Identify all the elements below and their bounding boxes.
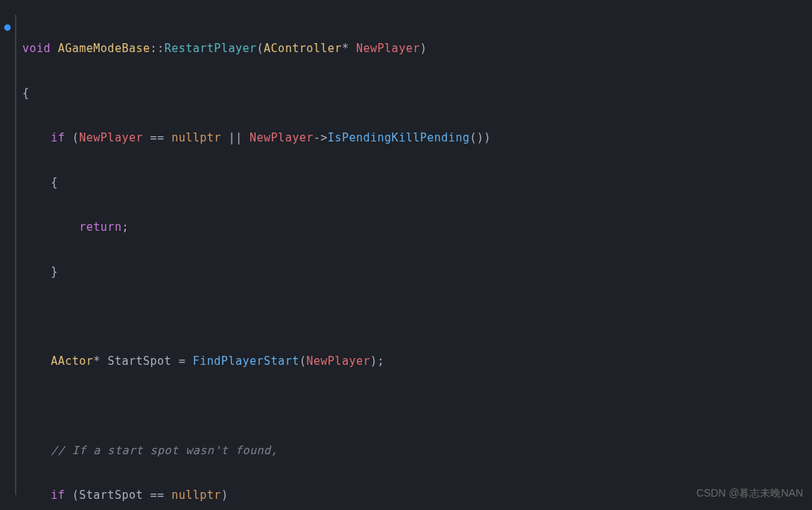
type-name: AActor (51, 354, 93, 368)
code-line: } (22, 261, 812, 283)
brace: { (51, 176, 58, 189)
argument: NewPlayer (306, 354, 370, 368)
variable: StartSpot (107, 354, 171, 368)
method-call: IsPendingKillPending (328, 131, 470, 144)
operator: == (150, 488, 165, 502)
code-line: AActor* StartSpot = FindPlayerStart(NewP… (22, 350, 812, 372)
keyword-return: return (79, 220, 121, 234)
operator: || (228, 131, 242, 144)
svg-point-0 (4, 25, 11, 31)
scope-op: :: (150, 42, 165, 55)
comment: // If a start spot wasn't found, (51, 444, 278, 457)
paren: ); (370, 354, 384, 368)
param-name: NewPlayer (356, 42, 420, 55)
gutter-implement-icon[interactable] (2, 18, 13, 28)
watermark: CSDN @暮志未晚NAN (697, 482, 803, 504)
variable: NewPlayer (79, 131, 143, 144)
class-name: AGameModeBase (58, 42, 150, 55)
param-type: AController (264, 42, 342, 55)
nullptr: nullptr (171, 488, 221, 502)
variable: NewPlayer (250, 131, 314, 144)
pointer-star: * (93, 354, 101, 368)
paren: ) (420, 42, 428, 55)
brace: { (22, 86, 30, 100)
code-line: void AGameModeBase::RestartPlayer(AContr… (22, 37, 812, 60)
operator: = (179, 354, 186, 368)
code-line: // If a start spot wasn't found, (22, 439, 812, 462)
code-line (22, 395, 812, 417)
operator: == (150, 131, 165, 144)
fold-guide (15, 15, 16, 495)
paren: ( (299, 354, 307, 368)
brace: } (51, 265, 58, 278)
paren: ( (257, 42, 264, 55)
code-line: { (22, 171, 812, 194)
keyword-void: void (22, 42, 51, 55)
code-editor[interactable]: void AGameModeBase::RestartPlayer(AContr… (0, 0, 812, 510)
code-line: if (StartSpot == nullptr) (22, 484, 812, 506)
paren: ) (221, 488, 229, 502)
code-line: { (22, 82, 812, 104)
semicolon: ; (121, 220, 129, 234)
function-call: FindPlayerStart (193, 354, 299, 368)
code-line (22, 305, 812, 328)
keyword-if: if (51, 131, 65, 144)
arrow-op: -> (314, 131, 328, 144)
keyword-if: if (51, 488, 65, 502)
nullptr: nullptr (171, 131, 221, 144)
code-line: return; (22, 216, 812, 238)
paren: ( (72, 488, 80, 502)
code-line: if (NewPlayer == nullptr || NewPlayer->I… (22, 127, 812, 149)
paren: ) (484, 131, 492, 144)
parens: () (469, 131, 483, 144)
pointer-star: * (342, 42, 349, 55)
paren: ( (72, 131, 80, 144)
function-name: RestartPlayer (165, 42, 257, 55)
variable: StartSpot (79, 488, 143, 502)
